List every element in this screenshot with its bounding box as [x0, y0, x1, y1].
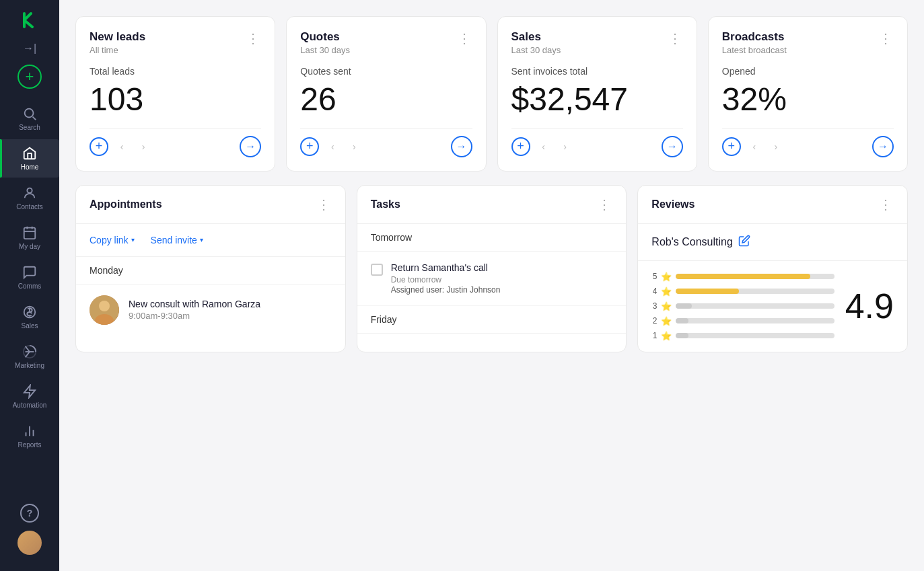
tasks-section-friday: Friday: [357, 306, 627, 334]
stat-card-subtitle: Last 30 days: [300, 45, 350, 55]
stats-row: New leads All time ⋮ Total leads 103 + ‹…: [75, 16, 908, 172]
review-bar-track: [676, 333, 834, 338]
sidebar-item-label: Automation: [13, 402, 47, 409]
stat-card-footer: + ‹ › →: [300, 128, 472, 157]
stat-card-value: 32%: [722, 82, 894, 118]
copy-link-button[interactable]: Copy link ▾: [90, 235, 135, 245]
sidebar-item-search[interactable]: Search: [0, 100, 59, 138]
sidebar-item-marketing[interactable]: Marketing: [0, 338, 59, 376]
stat-card-menu-button[interactable]: ⋮: [458, 30, 472, 46]
copy-link-chevron-icon: ▾: [131, 236, 135, 243]
appointments-panel: Appointments ⋮ Copy link ▾ Send invite ▾…: [75, 185, 346, 352]
stat-add-button[interactable]: +: [300, 137, 319, 156]
appointment-item: New consult with Ramon Garza 9:00am-9:30…: [76, 284, 345, 336]
stat-next-button[interactable]: ›: [135, 139, 151, 155]
review-bar-fill: [676, 289, 739, 294]
stat-goto-button[interactable]: →: [662, 136, 683, 157]
stat-goto-button[interactable]: →: [451, 136, 472, 157]
review-bar-fill: [676, 303, 692, 309]
sidebar-item-myday[interactable]: My day: [0, 219, 59, 257]
star-icon: ⭐: [661, 287, 672, 297]
sidebar-nav: Search Home Contacts: [0, 100, 59, 504]
stat-card-header: New leads All time ⋮: [90, 30, 261, 55]
review-bar-3: 3 ⭐: [651, 301, 834, 311]
stat-prev-button[interactable]: ‹: [746, 139, 762, 155]
stat-card-value: 26: [300, 82, 472, 118]
stat-metric-label: Opened: [722, 66, 894, 77]
review-bar-5: 5 ⭐: [651, 272, 834, 282]
stat-prev-button[interactable]: ‹: [536, 139, 552, 155]
stat-goto-button[interactable]: →: [240, 136, 261, 157]
stat-card-menu-button[interactable]: ⋮: [668, 30, 683, 46]
stat-metric-label: Total leads: [90, 66, 261, 77]
review-bar-4: 4 ⭐: [651, 287, 834, 297]
avatar-image: [17, 531, 42, 555]
send-invite-chevron-icon: ▾: [200, 236, 203, 243]
user-avatar[interactable]: [17, 531, 42, 555]
stat-card-footer: + ‹ › →: [90, 128, 261, 157]
appointments-actions: Copy link ▾ Send invite ▾: [76, 224, 345, 257]
stat-prev-button[interactable]: ‹: [324, 139, 341, 155]
stat-next-button[interactable]: ›: [346, 139, 362, 155]
reviews-panel-header: Reviews ⋮: [638, 186, 907, 224]
stat-next-button[interactable]: ›: [557, 139, 573, 155]
stat-goto-button[interactable]: →: [872, 136, 894, 157]
sidebar-item-automation[interactable]: Automation: [0, 377, 59, 416]
stat-prev-button[interactable]: ‹: [114, 139, 130, 155]
add-new-button[interactable]: +: [17, 65, 42, 89]
stat-next-button[interactable]: ›: [768, 139, 784, 155]
sidebar-item-home[interactable]: Home: [0, 139, 59, 178]
stat-card-title-block: Broadcasts Latest broadcast: [722, 30, 787, 55]
appointments-menu-button[interactable]: ⋮: [317, 196, 332, 213]
reviews-panel-title: Reviews: [651, 198, 695, 211]
copy-link-label: Copy link: [90, 235, 129, 245]
stat-card-quotes: Quotes Last 30 days ⋮ Quotes sent 26 + ‹…: [286, 16, 486, 172]
reviews-score: 4.9: [845, 286, 894, 326]
send-invite-label: Send invite: [151, 235, 197, 245]
stat-card-menu-button[interactable]: ⋮: [879, 30, 894, 46]
stat-add-button[interactable]: +: [90, 137, 108, 156]
task-assigned-prefix: Assigned user:: [391, 285, 444, 295]
stat-card-subtitle: All time: [90, 45, 145, 55]
stat-card-title: Quotes: [300, 30, 350, 44]
stat-card-subtitle: Latest broadcast: [722, 45, 787, 55]
sidebar-item-reports[interactable]: Reports: [0, 417, 59, 455]
stat-add-button[interactable]: +: [722, 137, 741, 156]
sidebar-item-sales[interactable]: Sales: [0, 298, 59, 336]
svg-point-2: [27, 188, 32, 193]
appointment-info: New consult with Ramon Garza 9:00am-9:30…: [129, 299, 332, 321]
task-info: Return Samantha's call Due tomorrow Assi…: [391, 262, 613, 295]
sidebar-item-label: My day: [19, 243, 40, 250]
task-assigned-user: Justin Johnson: [446, 285, 500, 295]
reviews-menu-button[interactable]: ⋮: [879, 196, 894, 213]
review-bar-track: [676, 318, 834, 323]
sidebar-item-label: Home: [21, 163, 39, 171]
stat-add-button[interactable]: +: [511, 137, 530, 156]
tasks-section-tomorrow: Tomorrow: [357, 224, 627, 252]
help-button[interactable]: ?: [20, 504, 39, 523]
svg-point-0: [25, 109, 34, 118]
review-bar-num: 3: [651, 301, 657, 311]
star-icon: ⭐: [661, 272, 672, 282]
active-indicator: [0, 139, 2, 178]
sidebar-item-label: Comms: [18, 282, 41, 290]
reviews-edit-button[interactable]: [738, 235, 750, 250]
sidebar-collapse-button[interactable]: →|: [19, 38, 40, 59]
tasks-menu-button[interactable]: ⋮: [598, 196, 612, 213]
sidebar-item-label: Sales: [21, 322, 38, 330]
sidebar-item-comms[interactable]: Comms: [0, 258, 59, 297]
sidebar: →| + Search Home Contacts: [0, 0, 59, 571]
stat-card-title-block: Quotes Last 30 days: [300, 30, 350, 55]
send-invite-button[interactable]: Send invite ▾: [151, 235, 203, 245]
stat-card-footer: + ‹ › →: [722, 128, 894, 157]
stat-card-title: Broadcasts: [722, 30, 787, 44]
tasks-panel-title: Tasks: [371, 198, 400, 211]
sidebar-item-contacts[interactable]: Contacts: [0, 179, 59, 217]
task-checkbox[interactable]: [371, 264, 383, 276]
stat-card-menu-button[interactable]: ⋮: [246, 30, 261, 46]
review-bar-1: 1 ⭐: [651, 331, 834, 341]
stat-card-header: Quotes Last 30 days ⋮: [300, 30, 472, 55]
app-logo: [17, 8, 42, 32]
review-bar-2: 2 ⭐: [651, 316, 834, 326]
stat-card-broadcasts: Broadcasts Latest broadcast ⋮ Opened 32%…: [708, 16, 908, 172]
